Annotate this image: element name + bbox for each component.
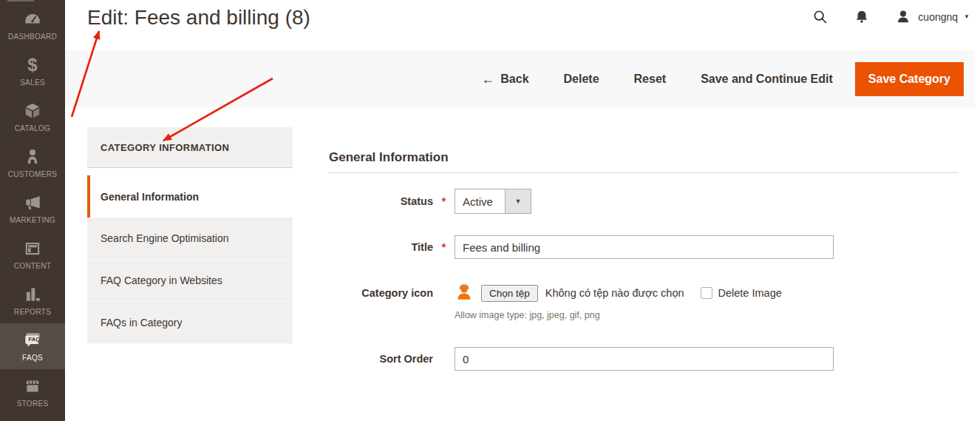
search-icon[interactable]: [811, 8, 829, 26]
user-menu[interactable]: cuongnq ▼: [894, 8, 970, 26]
sidebar-item-label: DASHBOARD: [8, 33, 57, 41]
tab-faqs-in-category[interactable]: FAQs in Category: [87, 302, 293, 344]
page-title: Edit: Fees and billing (8): [87, 6, 310, 30]
no-file-chosen-text: Không có tệp nào được chọn: [545, 287, 684, 299]
marketing-icon: [23, 193, 42, 212]
tab-nav-title: CATEGORY INFORMATION: [87, 127, 293, 168]
save-category-button[interactable]: Save Category: [855, 62, 964, 96]
dashboard-icon: [23, 10, 42, 29]
sidebar-item-reports[interactable]: REPORTS: [0, 277, 65, 323]
tab-search-engine-optimisation[interactable]: Search Engine Optimisation: [87, 218, 293, 260]
svg-text:FAQ: FAQ: [29, 336, 41, 343]
category-icon-row: Category icon Chọn tệp Không có tệp nào …: [329, 283, 959, 320]
required-asterisk: *: [433, 241, 455, 253]
allowed-image-types-note: Allow image type: jpg, jpeg, gif, png: [455, 310, 959, 320]
category-icon-label: Category icon: [329, 287, 433, 299]
username: cuongnq: [918, 11, 958, 23]
delete-image-option[interactable]: Delete Image: [701, 287, 782, 299]
sort-order-label: Sort Order: [329, 353, 433, 365]
action-toolbar: ← Back Delete Reset Save and Continue Ed…: [65, 50, 975, 107]
sidebar-item-sales[interactable]: $ SALES: [0, 48, 65, 94]
sort-order-row: Sort Order: [329, 347, 959, 371]
tab-general-information[interactable]: General Information: [87, 175, 293, 218]
sidebar-item-label: MARKETING: [10, 216, 55, 224]
sidebar-item-label: FAQS: [22, 354, 43, 362]
section-title: General Information: [329, 150, 959, 165]
choose-file-button[interactable]: Chọn tệp: [481, 285, 538, 302]
sidebar-item-label: SALES: [20, 78, 45, 87]
status-select-value: Active: [455, 189, 505, 213]
catalog-icon: [23, 101, 42, 121]
content-icon: [23, 239, 42, 258]
sidebar-item-marketing[interactable]: MARKETING: [0, 186, 65, 232]
select-caret-button[interactable]: ▼: [505, 189, 531, 213]
reports-icon: [23, 285, 42, 304]
sidebar-item-stores[interactable]: STORES: [0, 369, 65, 415]
faq-icon: FAQ: [23, 331, 42, 350]
title-label: Title: [329, 241, 433, 253]
save-and-continue-button[interactable]: Save and Continue Edit: [701, 73, 833, 86]
category-image-preview: [455, 283, 474, 303]
sidebar-item-label: CATALOG: [15, 124, 50, 132]
sidebar-item-content[interactable]: CONTENT: [0, 232, 65, 277]
general-information-form: General Information Status * Active ▼ Ti…: [329, 150, 959, 371]
user-avatar-icon: [894, 8, 912, 26]
back-button[interactable]: ← Back: [481, 73, 528, 86]
sidebar-item-customers[interactable]: CUSTOMERS: [0, 140, 65, 186]
reset-button[interactable]: Reset: [634, 73, 667, 86]
tab-faq-category-in-websites[interactable]: FAQ Category in Websites: [87, 260, 293, 302]
sidebar-divider: [7, 0, 34, 1]
title-row: Title *: [329, 235, 959, 259]
title-input[interactable]: [455, 235, 834, 259]
section-divider: [329, 172, 959, 173]
delete-image-checkbox[interactable]: [701, 287, 712, 299]
back-arrow-icon: ←: [481, 73, 494, 86]
sort-order-input[interactable]: [455, 347, 834, 371]
status-select[interactable]: Active ▼: [455, 189, 531, 214]
category-tab-nav: CATEGORY INFORMATION General Information…: [87, 127, 293, 344]
sidebar-item-label: STORES: [17, 400, 49, 408]
status-label: Status: [329, 195, 433, 207]
sales-icon: $: [23, 55, 42, 75]
file-upload-group: Chọn tệp Không có tệp nào được chọn Dele…: [455, 283, 782, 303]
customers-icon: [23, 147, 42, 166]
chevron-down-icon: ▼: [515, 198, 522, 204]
sidebar-item-dashboard[interactable]: DASHBOARD: [0, 2, 65, 48]
delete-image-label: Delete Image: [718, 287, 782, 299]
sidebar-item-label: REPORTS: [14, 308, 51, 316]
admin-sidebar: DASHBOARD $ SALES CATALOG CUSTOMERS MARK…: [0, 0, 65, 421]
sidebar-item-label: CONTENT: [14, 262, 51, 270]
sidebar-item-label: CUSTOMERS: [8, 170, 57, 178]
chevron-down-icon: ▼: [964, 14, 970, 20]
delete-button[interactable]: Delete: [564, 73, 599, 86]
sidebar-item-catalog[interactable]: CATALOG: [0, 94, 65, 140]
required-asterisk: *: [433, 195, 455, 207]
stores-icon: [23, 377, 42, 396]
sidebar-item-faqs[interactable]: FAQ FAQS: [0, 323, 65, 369]
notifications-bell-icon[interactable]: [853, 8, 871, 26]
status-row: Status * Active ▼: [329, 189, 959, 214]
back-button-label: Back: [500, 73, 528, 86]
header-actions: cuongnq ▼: [811, 4, 970, 30]
